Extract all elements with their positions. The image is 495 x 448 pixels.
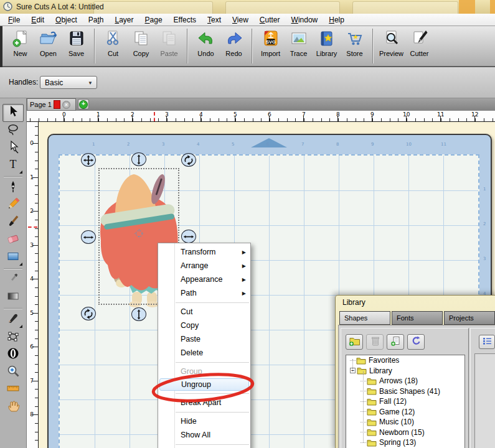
shape-tool[interactable] [3,250,23,266]
eraser-tool[interactable] [3,232,23,249]
save-button[interactable]: Save [63,27,90,65]
ruler-tick [55,118,56,121]
menu-edit[interactable]: Edit [26,14,50,26]
context-menu-group[interactable]: Group [158,365,250,378]
library-shapes-panel [470,328,495,448]
tree-item-music-10[interactable]: Music (10) [346,417,464,427]
selection-tool[interactable] [2,104,24,122]
view-mode-buttons [479,335,495,349]
menu-page[interactable]: Page [139,14,168,26]
ruler-tick [35,126,38,127]
open-button[interactable]: Open [35,27,62,65]
ruler-number: 7 [27,378,34,384]
menu-view[interactable]: View [227,14,254,26]
import-button[interactable]: SVGImport [257,27,284,65]
context-menu-transform[interactable]: Transform▶ [158,245,250,259]
menu-cutter[interactable]: Cutter [254,14,286,26]
rotate-handle-top-right[interactable] [181,153,196,167]
library-tab-projects[interactable]: Projects [444,311,495,325]
library-button[interactable]: Library [313,27,340,65]
measure-tool[interactable] [3,381,23,398]
mat-number: 1 [92,142,95,147]
context-menu-cut[interactable]: Cut [158,305,250,319]
menu-file[interactable]: File [2,14,26,26]
menu-path[interactable]: Path [83,14,110,26]
tree-item-game-12[interactable]: Game (12) [346,407,464,418]
handles-dropdown[interactable]: Basic ▼ [40,76,97,89]
flyout-indicator [19,325,22,328]
library-content: Favorites−LibraryArrows (18)Basic Shapes… [338,325,495,448]
resize-horizontal-handle-left[interactable] [81,230,96,244]
menu-object[interactable]: Object [50,14,83,26]
trace-button[interactable]: Trace [285,27,312,65]
context-menu-path[interactable]: Path▶ [158,286,250,300]
rotate-handle-bottom-left[interactable] [81,307,96,320]
undo-button[interactable]: Undo [192,27,219,65]
cutter-button[interactable]: Cutter [406,27,433,65]
add-page-button[interactable]: + [78,99,89,110]
tree-item-arrows-18[interactable]: Arrows (18) [346,376,464,386]
node-edit-tool[interactable] [3,329,23,346]
library-tab-shapes[interactable]: Shapes [339,311,390,325]
library-tab-fonts[interactable]: Fonts [392,311,443,325]
brush-tool[interactable] [3,215,23,231]
refresh-button[interactable] [407,334,425,350]
tree-item-basic-shapes-41[interactable]: Basic Shapes (41) [346,386,464,397]
open-folder-icon [39,27,59,50]
stencil-tool[interactable] [3,347,23,363]
menu-item-label: Break Apart [181,398,221,407]
pen-tool[interactable] [3,180,23,197]
knife-icon [6,312,20,328]
close-page-icon[interactable]: × [62,101,70,109]
context-menu-copy[interactable]: Copy [158,319,250,332]
menu-window[interactable]: Window [286,14,324,26]
menu-effects[interactable]: Effects [168,14,202,26]
copy-button[interactable]: Copy [128,27,154,65]
resize-vertical-handle-bottom[interactable] [131,307,146,321]
add-folder-button[interactable] [346,334,363,350]
move-handle[interactable] [81,153,96,167]
gradient-tool[interactable] [3,289,23,306]
context-menu-appearance[interactable]: Appearance▶ [158,273,250,286]
paste-button[interactable]: Paste [156,27,182,65]
menu-layer[interactable]: Layer [109,14,139,26]
ruler-tick [167,118,167,121]
delete-trash-button[interactable] [366,334,384,350]
redo-button[interactable]: Redo [220,27,247,65]
page-tab[interactable]: Page 1 × [27,98,76,111]
context-menu-paste[interactable]: Paste [158,332,250,346]
cut-button[interactable]: Cut [100,27,126,65]
preview-button[interactable]: Preview [378,27,405,65]
tree-item-library[interactable]: −Library [346,366,464,376]
menu-help[interactable]: Help [323,14,350,26]
resize-vertical-handle-top[interactable] [131,152,146,166]
ruler-tick [35,169,38,169]
context-menu-break-apart[interactable]: Break Apart [158,396,250,409]
knife-tool[interactable] [3,312,23,329]
new-button[interactable]: New [7,27,34,65]
context-menu-show-all[interactable]: Show All [158,428,250,442]
direct-select-tool[interactable] [3,140,23,157]
context-menu-delete[interactable]: Delete [158,346,250,360]
lasso-tool[interactable] [3,123,23,139]
text-tool[interactable]: T [3,157,23,174]
tree-item-favorites[interactable]: Favorites [346,355,464,366]
invert-circle-icon [6,347,20,363]
eyedropper-tool[interactable] [3,272,23,289]
context-menu-ungroup[interactable]: Ungroup [159,378,249,391]
list-view-button[interactable] [479,335,495,349]
folder-icon [367,439,377,447]
pencil-tool[interactable] [3,197,23,214]
plus-icon: + [79,100,88,109]
tree-item-spring-13[interactable]: Spring (13) [346,437,464,448]
pan-tool[interactable] [3,399,23,416]
zoom-tool[interactable] [3,364,23,381]
context-menu-arrange[interactable]: Arrange▶ [158,259,250,273]
resize-horizontal-handle-right[interactable] [181,230,196,243]
menu-text[interactable]: Text [202,14,227,26]
tree-item-newborn-15[interactable]: Newborn (15) [346,427,464,438]
context-menu-hide[interactable]: Hide [158,414,250,428]
add-shape-button[interactable] [387,334,404,350]
store-button[interactable]: Store [341,27,368,65]
tree-item-fall-12[interactable]: Fall (12) [346,396,464,407]
